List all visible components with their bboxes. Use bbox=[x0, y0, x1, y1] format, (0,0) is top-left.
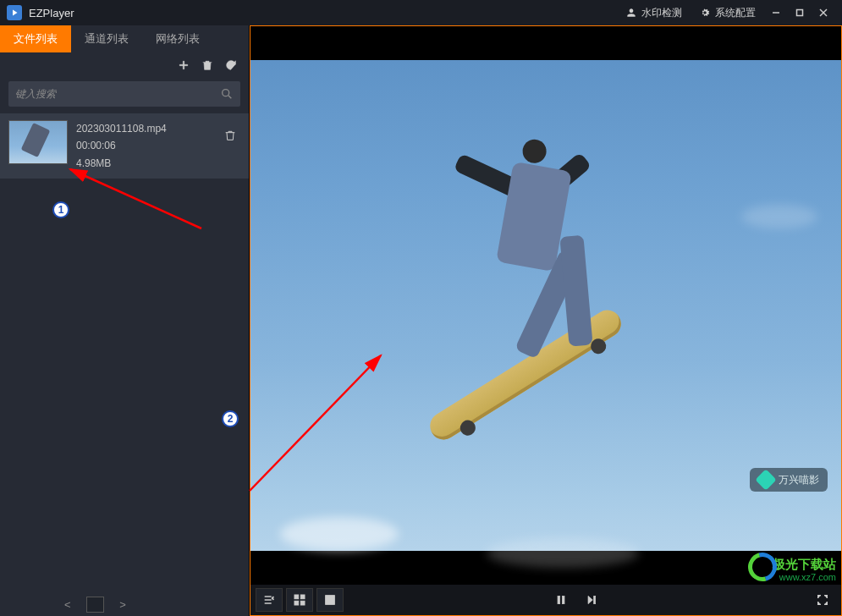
file-size: 4.98MB bbox=[76, 155, 167, 172]
video-canvas[interactable]: 万兴喵影 极光下载站 www.xz7.com bbox=[250, 26, 841, 585]
tab-file-list[interactable]: 文件列表 bbox=[0, 25, 71, 52]
pager-next[interactable]: > bbox=[114, 597, 131, 613]
trash-icon bbox=[201, 58, 214, 72]
file-thumbnail bbox=[8, 120, 68, 164]
playlist-toggle-button[interactable] bbox=[256, 588, 283, 612]
trash-icon bbox=[223, 129, 237, 142]
system-config-button[interactable]: 系统配置 bbox=[691, 0, 764, 25]
file-meta: 202303011108.mp4 00:00:06 4.98MB bbox=[76, 120, 167, 172]
plus-icon bbox=[177, 58, 190, 72]
tab-channel-list[interactable]: 通道列表 bbox=[71, 25, 142, 52]
letterbox-top bbox=[250, 26, 841, 60]
cloud-shape bbox=[487, 538, 639, 568]
sidebar-tabs: 文件列表 通道列表 网络列表 bbox=[0, 25, 249, 52]
main-area: 文件列表 通道列表 网络列表 202303011108.mp4 00:00:06… bbox=[0, 25, 842, 616]
sidebar: 文件列表 通道列表 网络列表 202303011108.mp4 00:00:06… bbox=[0, 25, 250, 616]
gear-icon bbox=[699, 7, 711, 19]
watermark-detect-button[interactable]: 水印检测 bbox=[617, 0, 691, 25]
svg-rect-9 bbox=[300, 601, 305, 605]
svg-rect-8 bbox=[294, 601, 299, 605]
svg-line-5 bbox=[228, 96, 231, 98]
minimize-button[interactable] bbox=[764, 1, 788, 25]
search-box[interactable] bbox=[8, 81, 240, 107]
search-input[interactable] bbox=[15, 88, 220, 100]
watermark-icon bbox=[755, 469, 776, 490]
step-forward-button[interactable] bbox=[578, 588, 605, 612]
file-list: 202303011108.mp4 00:00:06 4.98MB bbox=[0, 113, 249, 616]
system-config-label: 系统配置 bbox=[715, 6, 756, 20]
svg-rect-1 bbox=[797, 10, 803, 16]
tab-network-list[interactable]: 网络列表 bbox=[142, 25, 213, 52]
pager-prev[interactable]: < bbox=[59, 597, 76, 613]
control-bar bbox=[250, 585, 841, 615]
user-icon bbox=[625, 7, 637, 19]
sidebar-toolbar bbox=[0, 52, 249, 78]
skater-shape bbox=[496, 162, 572, 272]
refresh-button[interactable] bbox=[223, 58, 239, 73]
cloud-shape bbox=[741, 205, 817, 228]
pause-button[interactable] bbox=[548, 588, 575, 612]
maximize-button[interactable] bbox=[788, 1, 812, 25]
svg-rect-14 bbox=[594, 596, 596, 603]
app-title: EZPlayer bbox=[29, 7, 74, 19]
cloud-shape bbox=[280, 517, 399, 551]
watermark-detect-label: 水印检测 bbox=[641, 6, 682, 20]
fullscreen-button[interactable] bbox=[809, 588, 836, 612]
pager-current[interactable] bbox=[86, 597, 105, 613]
file-duration: 00:00:06 bbox=[76, 137, 167, 154]
close-button[interactable] bbox=[812, 1, 835, 25]
svg-rect-12 bbox=[558, 596, 560, 603]
file-item[interactable]: 202303011108.mp4 00:00:06 4.98MB bbox=[0, 113, 249, 179]
svg-rect-6 bbox=[294, 595, 299, 599]
watermark-label: 万兴喵影 bbox=[779, 473, 819, 487]
svg-rect-13 bbox=[562, 596, 564, 603]
app-logo bbox=[7, 5, 22, 20]
svg-rect-11 bbox=[327, 597, 332, 602]
delete-all-button[interactable] bbox=[200, 58, 215, 73]
search-icon[interactable] bbox=[220, 87, 234, 101]
svg-point-4 bbox=[223, 90, 229, 96]
title-bar: EZPlayer 水印检测 系统配置 bbox=[0, 0, 842, 25]
file-delete-button[interactable] bbox=[223, 129, 237, 142]
window-mode-button[interactable] bbox=[316, 588, 344, 612]
pager: < > bbox=[59, 597, 131, 613]
grid-view-button[interactable] bbox=[286, 588, 313, 612]
refresh-icon bbox=[224, 58, 238, 72]
video-watermark-badge: 万兴喵影 bbox=[750, 468, 828, 492]
add-button[interactable] bbox=[176, 58, 191, 73]
file-name: 202303011108.mp4 bbox=[76, 120, 167, 137]
svg-rect-7 bbox=[300, 595, 305, 599]
video-area: 万兴喵影 极光下载站 www.xz7.com bbox=[250, 25, 842, 616]
